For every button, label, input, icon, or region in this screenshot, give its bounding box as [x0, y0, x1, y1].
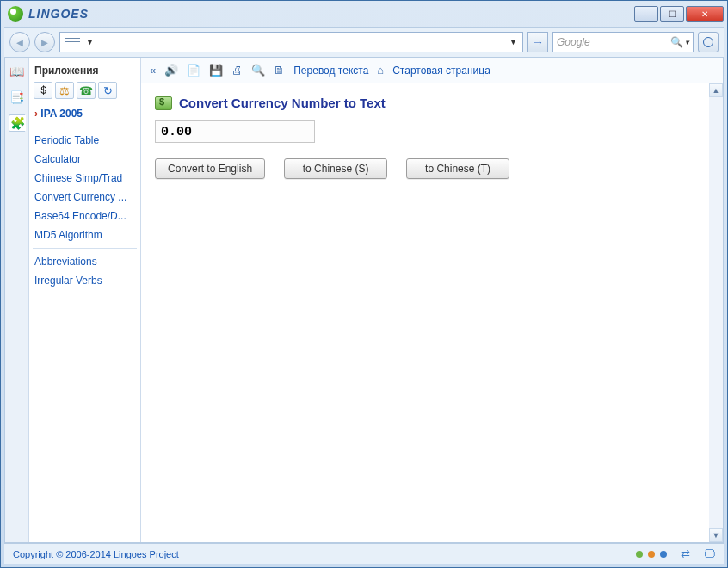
list-icon — [65, 36, 80, 48]
refresh-icon[interactable]: ↻ — [98, 82, 117, 99]
sidebar-item[interactable]: Calculator — [33, 150, 137, 169]
sidebar-shortcuts: ＄ ⚖ ☎ ↻ — [33, 80, 137, 104]
minimize-button[interactable]: — — [634, 6, 658, 22]
sidebar-item[interactable]: Convert Currency ... — [33, 188, 137, 207]
convert-english-button[interactable]: Convert to English — [155, 158, 265, 179]
status-dot-orange — [648, 551, 655, 558]
sidebar: Приложения ＄ ⚖ ☎ ↻ IPA 2005 Periodic Tab… — [29, 58, 141, 542]
nav-forward-button[interactable]: ► — [34, 32, 55, 52]
search-icon[interactable]: 🔍 — [670, 36, 683, 48]
sidebar-item[interactable]: Base64 Encode/D... — [33, 207, 137, 225]
translate-link[interactable]: Перевод текста — [293, 65, 368, 77]
link-icon[interactable]: ⇄ — [681, 547, 690, 560]
tab-dictionaries[interactable]: 📖 — [9, 63, 26, 80]
menu-button[interactable] — [698, 32, 719, 52]
main-panel: « 🔊 📄 💾 🖨 🔍 🗎 Перевод текста ⌂ Стартовая… — [141, 58, 723, 542]
sidebar-item[interactable]: Periodic Table — [33, 131, 137, 150]
tab-applications[interactable]: 🧩 — [9, 114, 26, 132]
phone-icon[interactable]: ☎ — [77, 82, 96, 99]
scroll-up-button[interactable]: ▲ — [709, 83, 723, 97]
sidebar-header: Приложения — [33, 61, 137, 80]
currency-icon[interactable]: ＄ — [34, 82, 52, 99]
chevron-down-icon[interactable]: ▾ — [685, 38, 689, 46]
sidebar-item[interactable]: Chinese Simp/Trad — [33, 169, 137, 188]
find-icon[interactable]: 🔍 — [251, 64, 265, 77]
app-title: LINGOES — [28, 7, 634, 21]
content-area: Convert Currency Number to Text Convert … — [141, 83, 723, 542]
app-window: LINGOES — ☐ ✕ ◄ ► ▼ ▼ → Google 🔍 ▾ 📖 📑 🧩 — [0, 0, 728, 568]
close-button[interactable]: ✕ — [686, 6, 724, 22]
amount-input[interactable] — [155, 120, 315, 143]
web-search-input[interactable]: Google 🔍 ▾ — [552, 32, 694, 52]
chevron-down-icon[interactable]: ▼ — [83, 38, 97, 46]
copyright-text: Copyright © 2006-2014 Lingoes Project — [13, 549, 179, 559]
save-icon[interactable]: 💾 — [209, 64, 223, 77]
app-icon — [8, 6, 23, 22]
main-toolbar: ◄ ► ▼ ▼ → Google 🔍 ▾ — [4, 27, 724, 58]
maximize-button[interactable]: ☐ — [660, 6, 684, 22]
lookup-input[interactable]: ▼ ▼ — [59, 32, 523, 52]
link-bar: « 🔊 📄 💾 🖨 🔍 🗎 Перевод текста ⌂ Стартовая… — [141, 58, 723, 83]
speaker-icon[interactable]: 🔊 — [164, 64, 178, 77]
scroll-down-button[interactable]: ▼ — [709, 528, 723, 542]
sidebar-item[interactable]: MD5 Algorithm — [33, 225, 137, 244]
engine-placeholder: Google — [557, 36, 590, 48]
monitor-icon[interactable]: 🖵 — [704, 547, 715, 560]
convert-chinese-s-button[interactable]: to Chinese (S) — [284, 158, 387, 179]
copy-icon[interactable]: 📄 — [187, 64, 201, 77]
window-buttons: — ☐ ✕ — [634, 6, 724, 22]
go-button[interactable]: → — [527, 32, 548, 52]
chevrons-left-icon[interactable]: « — [150, 64, 156, 77]
title-bar: LINGOES — ☐ ✕ — [1, 1, 727, 27]
tab-index[interactable]: 📑 — [9, 89, 26, 106]
nav-back-button[interactable]: ◄ — [9, 32, 30, 52]
body: 📖 📑 🧩 Приложения ＄ ⚖ ☎ ↻ IPA 2005 Period… — [4, 58, 724, 543]
translate-icon: 🗎 — [274, 64, 285, 77]
status-dot-green — [636, 551, 643, 558]
sidebar-item[interactable]: Irregular Verbs — [33, 271, 137, 290]
button-row: Convert to English to Chinese (S) to Chi… — [155, 158, 709, 179]
convert-chinese-t-button[interactable]: to Chinese (T) — [406, 158, 509, 179]
home-link[interactable]: Стартовая страница — [392, 65, 490, 77]
chevron-down-icon[interactable]: ▼ — [506, 38, 521, 46]
currency-icon — [155, 96, 172, 110]
scrollbar[interactable]: ▲ ▼ — [709, 83, 723, 542]
status-bar: Copyright © 2006-2014 Lingoes Project ⇄ … — [4, 543, 724, 564]
home-icon: ⌂ — [377, 64, 384, 77]
page-title: Convert Currency Number to Text — [155, 96, 709, 110]
status-dot-blue — [660, 551, 667, 558]
side-tabs: 📖 📑 🧩 — [5, 58, 29, 542]
status-indicators: ⇄ 🖵 — [636, 547, 715, 560]
sidebar-item-ipa[interactable]: IPA 2005 — [33, 104, 137, 123]
balance-icon[interactable]: ⚖ — [55, 82, 74, 99]
sidebar-item[interactable]: Abbreviations — [33, 252, 137, 271]
print-icon[interactable]: 🖨 — [231, 64, 243, 77]
